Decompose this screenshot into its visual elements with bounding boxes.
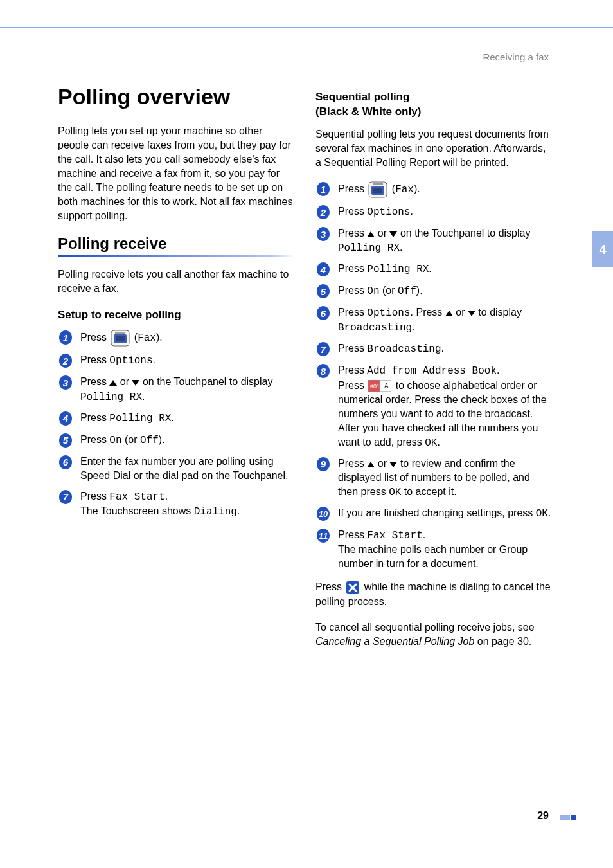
cancel-dialing-note: Press while the machine is dialing to ca… [315,580,553,609]
subheading-polling-receive: Polling receive [58,235,295,253]
rstep-6: 6 Press Options. Press or to display Bro… [315,305,553,335]
rs1a: Press [338,183,367,194]
step-badge-6: 6 [315,305,331,321]
left-column: Polling overview Polling lets you set up… [58,84,295,660]
rs6b: Options [367,307,410,319]
rs2b: Options [367,206,410,218]
step-badge-2: 2 [315,204,331,220]
top-rule [0,27,613,28]
right-column: Sequential polling(Black & White only) S… [315,84,553,660]
s1b: ( [131,332,138,343]
rstep-3: 3 Press or on the Touchpanel to display … [315,226,553,255]
rstep-8: 8 Press Add from Address Book. Press #01… [315,363,553,449]
s5a: Press [80,434,109,445]
rs6a: Press [338,307,367,318]
rs6c: . Press [411,307,445,318]
rs8a: Press [338,365,367,375]
rs9b: or [375,458,389,469]
rs7c: . [441,343,444,354]
rs6e: to display [475,307,522,318]
rs3a: Press [338,228,367,239]
up-arrow-icon [367,231,375,237]
right-steps: 1 Press (Fax). 2 Press Options. 3 Press … [315,181,553,571]
svg-text:A: A [384,383,389,390]
step-badge-9: 9 [315,457,331,472]
step-3: 3 Press or on the Touchpanel to display … [58,375,295,404]
rs8l2a: Press [338,380,367,391]
svg-rect-7 [373,183,383,185]
s7c: . [165,491,168,502]
step-badge-4: 4 [58,411,73,426]
s5e: ). [159,434,165,445]
rstep-7: 7 Press Broadcasting. [315,341,553,357]
down-arrow-icon [389,461,397,467]
s4c: . [171,412,173,423]
rstep-1: 1 Press (Fax). [315,181,553,198]
rstep-2: 2 Press Options. [315,204,553,220]
step-badge-7: 7 [315,341,331,357]
rs11a: Press [338,529,367,540]
rs9e: to accept it. [401,486,456,497]
rs11l2: The machine polls each number or Group n… [338,544,528,569]
down-arrow-icon [132,379,139,386]
svg-rect-6 [373,188,382,193]
rs1b: ( [389,183,395,194]
step-6: 6 Enter the fax number you are polling u… [58,455,295,483]
rstep-9: 9 Press or to review and confirm the dis… [315,457,553,500]
rs5e: ). [416,285,423,296]
footer-decoration [560,815,578,822]
svg-text:#01: #01 [370,383,380,390]
s5c: (or [122,434,140,445]
rs1d: ). [414,183,420,194]
rs3e: . [400,242,402,253]
cancel-icon [346,581,360,595]
rs8l3c: . [437,437,440,448]
s7a: Press [80,491,109,502]
s5d: Off [140,435,159,446]
s2a: Press [80,354,109,365]
s7l2a: The Touchscreen shows [80,505,194,516]
rs6d: or [453,307,468,318]
rs3b: or [375,228,389,239]
rs8c: . [497,365,499,375]
page-title: Polling overview [58,84,295,110]
section-header: Receiving a fax [483,51,549,62]
down-arrow-icon [468,310,475,316]
rs2c: . [411,206,413,217]
step-badge-5: 5 [315,284,331,299]
s6: Enter the fax number you are polling usi… [80,455,295,483]
rstep-11: 11 Press Fax Start. The machine polls ea… [315,528,553,571]
polling-receive-intro: Polling receive lets you call another fa… [58,267,295,296]
rs9a: Press [338,458,367,469]
step-1: 1 Press (Fax). [58,330,295,347]
rs3d: Polling RX [338,242,400,254]
step-badge-11: 11 [315,528,331,543]
fax-icon [368,181,387,198]
step-badge-8: 8 [315,363,331,379]
rs4a: Press [338,263,367,274]
s3b: or [117,376,132,387]
rs4b: Polling RX [367,264,429,275]
h2-underline [58,255,295,257]
rs8b: Add from Address Book [367,365,497,377]
rs11b: Fax Start [367,530,422,541]
sort-order-icon: #01A [368,380,391,392]
rs2a: Press [338,206,367,217]
s3e: . [142,391,145,402]
down-arrow-icon [389,231,397,237]
s4a: Press [80,412,109,423]
rs8l3b: OK [425,437,437,449]
step-badge-2: 2 [58,353,73,368]
up-arrow-icon [109,379,117,386]
chapter-number: 4 [599,242,606,257]
left-steps: 1 Press (Fax). 2 Press Options. [58,330,295,518]
step-badge-7: 7 [58,489,73,505]
rs3c: on the Touchpanel to display [397,228,530,239]
cancel-all-note: To cancel all sequential polling receive… [315,620,553,649]
up-arrow-icon [445,310,453,316]
rs11c: . [423,529,425,540]
rs10c: . [548,507,551,518]
s3d: Polling RX [80,392,142,403]
s1d: ). [156,332,163,343]
up-arrow-icon [367,461,375,467]
